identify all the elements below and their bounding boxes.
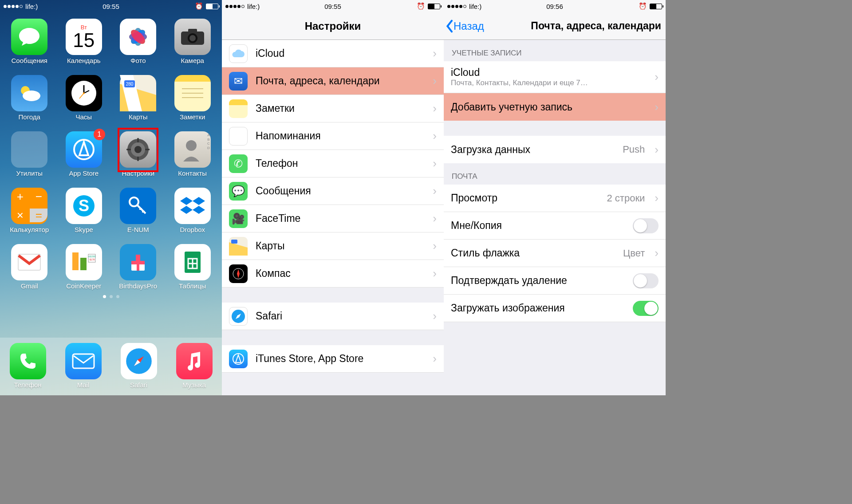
- app-birthdays[interactable]: BirthdaysPro: [116, 244, 160, 290]
- weather-icon: [11, 75, 47, 111]
- alarm-icon: ⏰: [417, 2, 425, 10]
- svg-point-13: [23, 91, 40, 101]
- chevron-right-icon: ›: [655, 246, 659, 260]
- row-icloud-account[interactable]: iCloud Почта, Контакты, Календари и еще …: [444, 61, 666, 93]
- phone-icon: ✆: [229, 154, 248, 173]
- app-gmail[interactable]: Gmail: [7, 244, 51, 290]
- row-reminders[interactable]: Напоминания ›: [222, 122, 444, 150]
- app-appstore[interactable]: 1 App Store: [62, 131, 106, 177]
- badge: 1: [94, 129, 105, 140]
- status-time: 09:56: [546, 3, 563, 10]
- row-icloud[interactable]: iCloud ›: [222, 40, 444, 67]
- camera-icon: [174, 19, 211, 55]
- app-enum[interactable]: E-NUM: [116, 188, 160, 233]
- chevron-right-icon: ›: [433, 102, 437, 115]
- chevron-right-icon: ›: [433, 74, 437, 88]
- dock-music[interactable]: Музыка: [172, 343, 217, 389]
- app-calendar[interactable]: Вт 15 Календарь: [62, 19, 106, 64]
- alarm-icon: ⏰: [639, 2, 647, 10]
- row-maps[interactable]: Карты ›: [222, 232, 444, 260]
- row-confirm-delete[interactable]: Подтверждать удаление: [444, 267, 666, 295]
- row-itunes[interactable]: iTunes Store, App Store ›: [222, 345, 444, 373]
- app-maps[interactable]: 280 Карты: [116, 75, 160, 121]
- row-fetch[interactable]: Загрузка данных Push ›: [444, 136, 666, 163]
- app-coinkeeper[interactable]: +$1500-$178 CoinKeeper: [62, 244, 106, 290]
- row-label: Телефон: [256, 158, 425, 169]
- page-indicator[interactable]: [0, 292, 222, 300]
- safari-icon: [121, 343, 157, 379]
- app-settings[interactable]: Настройки: [116, 131, 160, 177]
- app-label: App Store: [62, 169, 106, 177]
- chevron-right-icon: ›: [655, 70, 659, 84]
- battery-icon: [206, 4, 218, 9]
- phone-icon: [10, 343, 46, 379]
- app-label: Gmail: [7, 282, 51, 290]
- app-label: Камера: [170, 57, 215, 64]
- row-label: Safari: [256, 310, 425, 322]
- chevron-right-icon: ›: [433, 129, 437, 143]
- app-contacts[interactable]: ABCD Контакты: [170, 131, 215, 177]
- row-cc[interactable]: Мне/Копия: [444, 212, 666, 240]
- app-utilities-folder[interactable]: Утилиты: [7, 131, 51, 177]
- app-photos[interactable]: Фото: [116, 19, 160, 64]
- row-facetime[interactable]: 🎥 FaceTime ›: [222, 205, 444, 232]
- row-value: 2 строки: [607, 193, 645, 204]
- row-label: Стиль флажка: [451, 247, 615, 259]
- back-button[interactable]: Назад: [444, 20, 484, 33]
- compass-icon: [229, 264, 248, 283]
- row-preview[interactable]: Просмотр 2 строки ›: [444, 185, 666, 212]
- settings-list[interactable]: iCloud › ✉︎ Почта, адреса, календари › З…: [222, 40, 444, 373]
- chevron-right-icon: ›: [433, 352, 437, 366]
- maps-icon: 280: [120, 75, 156, 111]
- app-skype[interactable]: S Skype: [62, 188, 106, 233]
- chevron-right-icon: ›: [433, 212, 437, 225]
- row-flag[interactable]: Стиль флажка Цвет ›: [444, 240, 666, 267]
- app-notes[interactable]: Заметки: [170, 75, 215, 121]
- row-safari[interactable]: Safari ›: [222, 303, 444, 330]
- contacts-icon: ABCD: [174, 131, 211, 168]
- row-load-images[interactable]: Загружать изображения: [444, 295, 666, 322]
- birthdays-icon: [120, 244, 156, 280]
- app-label: Safari: [117, 381, 161, 389]
- row-phone[interactable]: ✆ Телефон ›: [222, 150, 444, 177]
- chevron-left-icon: [446, 20, 453, 33]
- row-label: Карты: [256, 240, 425, 252]
- app-weather[interactable]: Погода: [7, 75, 51, 121]
- settings-screen: life:) 09:55 ⏰ Настройки iCloud › ✉︎ Поч…: [222, 0, 444, 395]
- homescreen: life:) 09:55 ⏰ Сообщения Вт 15 Календарь…: [0, 0, 222, 395]
- app-clock[interactable]: Часы: [62, 75, 106, 121]
- appstore-icon: [229, 350, 248, 368]
- svg-rect-56: [231, 240, 237, 244]
- app-calculator[interactable]: + − × = Калькулятор: [7, 188, 51, 233]
- row-compass[interactable]: Компас ›: [222, 260, 444, 287]
- row-label: Компас: [256, 268, 425, 280]
- switch-off[interactable]: [633, 273, 659, 288]
- app-messages[interactable]: Сообщения: [7, 19, 51, 64]
- switch-off[interactable]: [633, 218, 659, 233]
- safari-icon: [229, 307, 248, 326]
- chevron-right-icon: ›: [433, 47, 437, 60]
- svg-rect-38: [142, 211, 145, 213]
- app-grid: Сообщения Вт 15 Календарь Фото Камера По…: [0, 12, 222, 290]
- row-add-account[interactable]: Добавить учетную запись ›: [444, 93, 666, 121]
- app-dropbox[interactable]: Dropbox: [170, 188, 215, 233]
- chevron-right-icon: ›: [433, 309, 437, 323]
- row-mail[interactable]: ✉︎ Почта, адреса, календари ›: [222, 67, 444, 95]
- dock-safari[interactable]: Safari: [117, 343, 161, 389]
- dock-mail[interactable]: Mail: [61, 343, 106, 389]
- app-label: Утилиты: [7, 169, 51, 177]
- dock-phone[interactable]: Телефон: [6, 343, 50, 389]
- row-value: Цвет: [623, 248, 645, 259]
- app-tables[interactable]: Таблицы: [170, 244, 215, 290]
- svg-point-18: [83, 92, 85, 94]
- row-messages[interactable]: 💬 Сообщения ›: [222, 177, 444, 205]
- app-camera[interactable]: Камера: [170, 19, 215, 64]
- mail-list[interactable]: УЧЕТНЫЕ ЗАПИСИ iCloud Почта, Контакты, К…: [444, 40, 666, 322]
- chevron-right-icon: ›: [655, 143, 659, 157]
- row-label: Загружать изображения: [451, 302, 625, 314]
- switch-on[interactable]: [633, 301, 659, 316]
- coinkeeper-icon: +$1500-$178: [66, 244, 102, 280]
- row-notes[interactable]: Заметки ›: [222, 95, 444, 122]
- row-label: Добавить учетную запись: [451, 101, 647, 113]
- chevron-right-icon: ›: [433, 239, 437, 253]
